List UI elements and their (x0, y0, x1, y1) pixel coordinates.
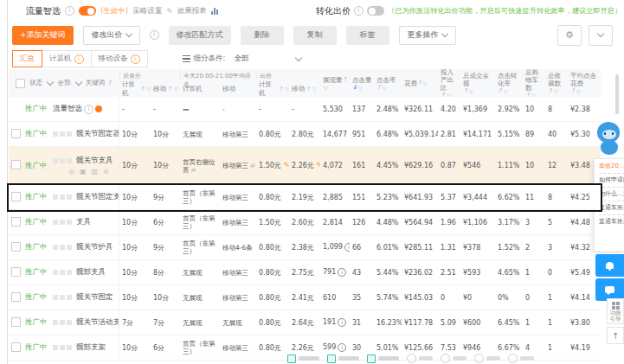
delete-button[interactable]: 删除 (241, 26, 284, 45)
collapse-button[interactable] (589, 25, 613, 46)
row-checkbox[interactable] (11, 217, 21, 227)
list-icon[interactable]: ≡ (249, 162, 255, 169)
metric-column-header[interactable]: 投入产出比↑▽ (438, 69, 460, 97)
cell-bid-pc[interactable]: 0.80元 (256, 243, 289, 252)
cell-bid-pc[interactable]: 1.50元 ✎ (256, 161, 289, 170)
row-checkbox[interactable] (11, 160, 21, 169)
tab-summary[interactable]: 汇总 (12, 50, 42, 67)
table-row[interactable]: 推广中支具10分6分首页（非第三）移动第三1.50元2.60元2,8141264… (9, 210, 601, 235)
cell-bid-mobile[interactable]: 2.41元 (289, 293, 320, 303)
metric-column-header[interactable]: 展现量↑▽ (320, 69, 350, 97)
row-checkbox[interactable] (11, 292, 21, 302)
metric-column-header[interactable]: 总收藏数↑▽ (545, 69, 568, 97)
cell-bid-mobile[interactable]: 2.26元 (289, 343, 320, 353)
report-link[interactable]: 效果报表 (177, 6, 207, 16)
flow-smart-toggle[interactable] (79, 6, 96, 16)
back-to-top-button[interactable]: ↑ (607, 327, 624, 344)
subcolumn-header[interactable]: 计算机↑▽ (119, 80, 151, 97)
cell-bid-pc[interactable]: 0.80元 (256, 343, 289, 353)
cell-bid-mobile[interactable]: 2.60元 (289, 218, 320, 227)
row-checkbox[interactable] (11, 129, 21, 138)
row-checkbox[interactable] (11, 192, 21, 201)
status-filter-dropdown[interactable]: 状态 (29, 79, 53, 87)
metric-column-header[interactable]: 总购物车数↑▽ (523, 69, 545, 97)
edit-pencil-icon[interactable]: ✎ (283, 161, 289, 169)
feature-guide-button[interactable]: 功能引导 (607, 298, 624, 324)
cell-bid-pc[interactable]: 0.80元 (256, 130, 289, 139)
row-checkbox[interactable] (11, 267, 21, 277)
cell-bid-mobile[interactable]: 2.19元 (289, 193, 320, 202)
faq-item[interactable]: 直通车推广… (599, 203, 624, 213)
modify-bid-dropdown[interactable]: 修改出价 (83, 26, 140, 45)
info-icon[interactable]: i (150, 30, 159, 40)
keyword-cell[interactable]: 支具 (50, 210, 119, 234)
metric-column-header[interactable]: 花费↑▽ (402, 69, 438, 97)
subcolumn-header[interactable]: 移动 (220, 80, 256, 97)
keyword-cell[interactable]: 髋关节固定 (50, 285, 119, 310)
faq-item[interactable]: 为什么…过日限额… (599, 189, 624, 199)
strategy-settings-link[interactable]: 策略设置 (132, 6, 162, 16)
cell-bid-pc[interactable]: 0.80元 (256, 318, 289, 328)
faq-item[interactable]: 如何申请图片功能… (599, 176, 624, 185)
metric-column-header[interactable]: 总成交金额↑▽ (460, 69, 495, 97)
table-row[interactable]: 推广中髋部支具10分8分无展现移动第三0.80元2.75元791i435.44%… (9, 260, 601, 285)
table-row[interactable]: 推广中髋关节活动支具7分7分无展现无展现0.80元2.64元191i3116.2… (9, 310, 601, 335)
table-row[interactable]: 推广中髋关节固定器10分10分无展现移动第三0.80元2.80元14,67795… (9, 122, 601, 147)
notification-bell-button[interactable] (595, 254, 624, 277)
convert-bid-toggle[interactable] (367, 6, 384, 16)
more-actions-dropdown[interactable]: 更多操作 (399, 26, 456, 45)
cell-bid-pc[interactable]: 1.50元 (256, 218, 289, 227)
keyword-cell[interactable]: 髋部支架 (50, 335, 119, 360)
faq-item[interactable]: 直通车推广计划… (599, 217, 624, 227)
row-checkbox[interactable] (11, 317, 21, 327)
settings-gear-button[interactable]: ⚙ (557, 25, 582, 46)
copy-button[interactable]: 复制 (293, 26, 337, 45)
keyword-cell[interactable]: 髋关节支具◎▣▥⊖ (50, 147, 119, 184)
cell-bid-mobile[interactable]: 2.64元 (289, 318, 320, 328)
subcolumn-header[interactable]: 移动↑▽ (289, 80, 320, 97)
metric-column-header[interactable]: 点击转化率↑▽ (495, 69, 523, 97)
add-keyword-button[interactable]: +添加关键词 (12, 26, 74, 45)
row-checkbox[interactable] (11, 342, 21, 352)
info-icon[interactable]: i (354, 6, 363, 16)
status-value-dropdown[interactable]: 全部 (57, 79, 80, 87)
bar-chart-icon[interactable] (211, 7, 218, 15)
table-row[interactable]: 推广中髋关节支具◎▣▥⊖10分10分首页右侧位置≡移动第三≡1.50元 ✎2.2… (9, 147, 601, 185)
table-row[interactable]: 推广中髋关节固定10分10分无展现移动第三0.80元2.41元610355.74… (9, 285, 601, 310)
scrollbar-thumb[interactable] (615, 74, 619, 114)
cell-bid-mobile[interactable]: 2.26元 ✎ (289, 161, 320, 170)
modify-match-button[interactable]: 修改匹配方式 (169, 26, 231, 45)
cell-bid-mobile[interactable]: 2.38元 (289, 243, 320, 252)
cell-bid-mobile[interactable]: 2.80元 (289, 130, 320, 139)
metric-column-header[interactable]: 平均点击花费↑▽ (568, 69, 601, 97)
faq-item[interactable]: 幸值20… (599, 162, 624, 171)
info-icon[interactable]: i (65, 6, 74, 16)
metric-column-header[interactable]: 点击率↑▽ (374, 69, 402, 97)
table-row[interactable]: 推广中流量智选 i --—---5,5301372.48%¥326.114.20… (9, 97, 601, 122)
select-all-checkbox[interactable] (16, 79, 25, 88)
tab-computer[interactable]: 计算机i (42, 50, 92, 67)
keyword-cell[interactable]: 髋关节活动支具 (50, 310, 119, 335)
keyword-tools[interactable]: ◎▣▥⊖ (68, 169, 119, 176)
tab-mobile[interactable]: 移动设备i (91, 50, 148, 67)
cell-bid-pc[interactable]: 0.80元 (256, 293, 289, 303)
cell-bid-pc[interactable]: 0.80元 (256, 193, 289, 202)
keyword-column-header[interactable]: 关键词 ↑ (86, 79, 113, 87)
tag-button[interactable]: 标签 (346, 26, 389, 45)
cell-bid-pc[interactable]: 0.80元 (256, 268, 289, 278)
keyword-cell[interactable]: 髋部支具 (50, 260, 119, 284)
table-row[interactable]: 推广中髋关节护具10分9分首页（非第三）移动4-6条0.80元2.38元1,09… (9, 235, 601, 260)
keyword-cell[interactable]: 髋关节护具 (50, 235, 119, 259)
keyword-cell[interactable]: 髋关节固定器 (50, 122, 119, 146)
row-checkbox[interactable] (11, 242, 21, 252)
subcolumn-header[interactable]: 移动↑▽ (151, 80, 180, 97)
keyword-cell[interactable]: 流量智选 i (50, 97, 119, 121)
subcolumn-header[interactable]: 计算机↑▽ (256, 80, 289, 97)
list-icon[interactable]: ≡ (190, 166, 196, 174)
keyword-cell[interactable]: 髋关节固定支具 (50, 185, 119, 209)
assistant-mascot[interactable] (595, 122, 624, 158)
metric-column-header[interactable]: 点击量↓▽ (350, 69, 374, 97)
subcolumn-header[interactable]: 计算机 (180, 80, 220, 97)
pencil-icon[interactable]: ✎ (166, 7, 173, 16)
table-row[interactable]: 推广中髋关节固定支具10分9分首页（非第三）移动第三0.80元2.19元2,88… (9, 185, 601, 210)
